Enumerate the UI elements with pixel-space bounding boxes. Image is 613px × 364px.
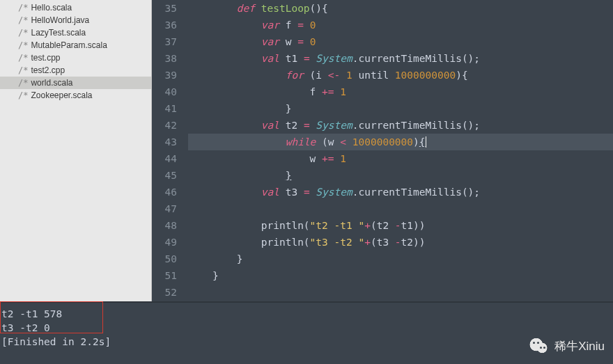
line-number: 45	[152, 167, 177, 184]
code-line-46[interactable]: val t3 = System.currentTimeMillis();	[188, 184, 613, 200]
line-number: 50	[152, 251, 177, 267]
file-modified-icon: /*	[18, 53, 28, 63]
console-line: [Finished in 2.2s]	[1, 335, 613, 349]
file-item-lazytest-scala[interactable]: /*LazyTest.scala	[0, 26, 151, 39]
line-number: 35	[152, 0, 177, 17]
code-line-50[interactable]: }	[188, 251, 613, 267]
line-number: 52	[152, 284, 177, 301]
file-modified-icon: /*	[18, 3, 28, 13]
code-editor[interactable]: 353637383940414243444546474849505152 def…	[152, 0, 613, 301]
code-line-48[interactable]: println("t2 -t1 "+(t2 -t1))	[188, 217, 613, 234]
code-line-52[interactable]	[188, 284, 613, 301]
file-item-zookeeper-scala[interactable]: /*Zookeeper.scala	[0, 89, 151, 102]
line-number: 42	[152, 117, 177, 134]
file-item-mutableparam-scala[interactable]: /*MutableParam.scala	[0, 39, 151, 52]
line-number: 37	[152, 33, 177, 50]
file-name: LazyTest.scala	[31, 28, 86, 38]
code-line-47[interactable]	[188, 200, 613, 217]
line-number: 43	[152, 134, 177, 150]
sidebar: /*Hello.scala/*HelloWorld.java/*LazyTest…	[0, 0, 152, 301]
file-item-test2-cpp[interactable]: /*test2.cpp	[0, 64, 151, 77]
wechat-icon	[529, 338, 549, 354]
file-name: HelloWorld.java	[31, 15, 89, 25]
line-number: 38	[152, 50, 177, 67]
file-name: test.cpp	[31, 53, 60, 63]
code-line-37[interactable]: var w = 0	[188, 33, 613, 50]
file-item-test-cpp[interactable]: /*test.cpp	[0, 52, 151, 64]
code-line-44[interactable]: w += 1	[188, 150, 613, 167]
file-name: test2.cpp	[31, 65, 65, 75]
watermark: 稀牛Xiniu	[529, 338, 605, 354]
code-area[interactable]: def testLoop(){ var f = 0 var w = 0 val …	[184, 0, 613, 301]
console-line: t2 -t1 578	[1, 307, 613, 321]
code-line-38[interactable]: val t1 = System.currentTimeMillis();	[188, 50, 613, 67]
code-line-39[interactable]: for (i <- 1 until 1000000000){	[188, 67, 613, 84]
line-number: 46	[152, 184, 177, 200]
file-name: MutableParam.scala	[31, 40, 107, 50]
code-line-43[interactable]: while (w < 1000000000){	[188, 134, 613, 150]
line-number: 48	[152, 217, 177, 234]
code-line-35[interactable]: def testLoop(){	[188, 0, 613, 17]
file-modified-icon: /*	[18, 65, 28, 75]
console-line: t3 -t2 0	[1, 321, 613, 335]
file-modified-icon: /*	[18, 90, 28, 100]
file-modified-icon: /*	[18, 40, 28, 50]
line-number: 44	[152, 150, 177, 167]
line-number: 49	[152, 234, 177, 251]
line-number: 39	[152, 67, 177, 84]
file-modified-icon: /*	[18, 15, 28, 25]
file-item-world-scala[interactable]: /*world.scala	[0, 77, 151, 89]
line-number: 36	[152, 17, 177, 33]
file-name: world.scala	[31, 78, 72, 88]
file-name: Hello.scala	[31, 3, 72, 13]
file-item-hello-scala[interactable]: /*Hello.scala	[0, 1, 151, 14]
code-line-49[interactable]: println("t3 -t2 "+(t3 -t2))	[188, 234, 613, 251]
line-number: 51	[152, 267, 177, 284]
code-line-42[interactable]: val t2 = System.currentTimeMillis();	[188, 117, 613, 134]
watermark-text: 稀牛Xiniu	[554, 338, 605, 354]
code-line-41[interactable]: }	[188, 100, 613, 117]
code-line-51[interactable]: }	[188, 267, 613, 284]
build-output-panel[interactable]: t2 -t1 578t3 -t2 0[Finished in 2.2s]	[0, 301, 613, 364]
file-modified-icon: /*	[18, 78, 28, 88]
file-name: Zookeeper.scala	[31, 90, 92, 100]
line-number: 47	[152, 200, 177, 217]
file-modified-icon: /*	[18, 28, 28, 38]
line-gutter: 353637383940414243444546474849505152	[152, 0, 184, 301]
line-number: 40	[152, 84, 177, 100]
code-line-36[interactable]: var f = 0	[188, 17, 613, 33]
line-number: 41	[152, 100, 177, 117]
file-item-helloworld-java[interactable]: /*HelloWorld.java	[0, 14, 151, 26]
code-line-45[interactable]: }	[188, 167, 613, 184]
code-line-40[interactable]: f += 1	[188, 84, 613, 100]
